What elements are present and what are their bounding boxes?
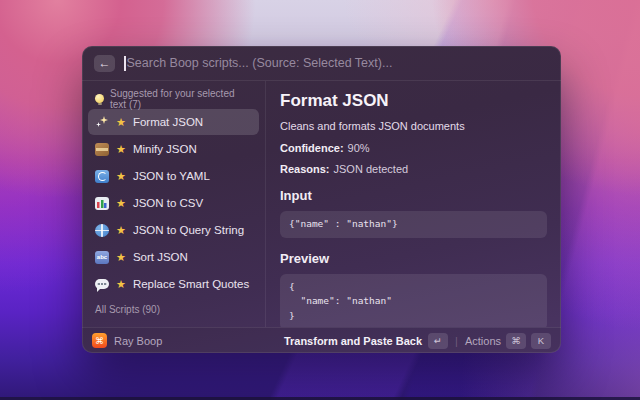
list-item-json-to-yaml[interactable]: ★ JSON to YAML [88, 163, 259, 189]
back-button[interactable]: ← [94, 55, 115, 72]
list-item-format-json[interactable]: ★ Format JSON [88, 109, 259, 135]
arrows-cycle-icon [95, 170, 109, 183]
preview-code-block: { "name": "nathan" } [280, 274, 547, 327]
speech-bubble-icon [95, 279, 109, 289]
reasons-label: Reasons: [280, 163, 330, 175]
script-name: Replace Smart Quotes [133, 278, 249, 290]
lightbulb-icon [95, 94, 104, 103]
sparkles-icon [95, 115, 109, 129]
cmd-key-icon: ⌘ [506, 333, 526, 349]
list-item-replace-smart-quotes[interactable]: ★ Replace Smart Quotes [88, 271, 259, 297]
command-glyph: ⌘ [95, 336, 104, 346]
script-name: Format JSON [133, 116, 203, 128]
k-key-icon: K [531, 333, 551, 349]
detail-title: Format JSON [280, 91, 547, 111]
star-icon: ★ [116, 117, 126, 128]
input-code-block: {"name" : "nathan"} [280, 211, 547, 238]
actions-label: Actions [465, 335, 501, 347]
star-icon: ★ [116, 171, 126, 182]
list-item-json-to-csv[interactable]: ★ JSON to CSV [88, 190, 259, 216]
search-input[interactable] [127, 56, 550, 70]
list-item-json-to-query-string[interactable]: ★ JSON to Query String [88, 217, 259, 243]
search-bar: ← [82, 46, 561, 81]
reasons-row: Reasons:JSON detected [280, 163, 547, 175]
detail-description: Cleans and formats JSON documents [280, 120, 547, 132]
globe-icon [95, 224, 109, 237]
list-item-add-slashes[interactable]: Add Slashes [88, 320, 259, 327]
main-content: Suggested for your selected text (7) ★ F… [82, 81, 561, 327]
list-item-minify-json[interactable]: ★ Minify JSON [88, 136, 259, 162]
footer-separator: | [455, 335, 458, 347]
star-icon: ★ [116, 252, 126, 263]
detail-panel: Format JSON Cleans and formats JSON docu… [266, 81, 561, 327]
preview-section-header: Preview [280, 251, 547, 266]
script-name: JSON to YAML [133, 170, 210, 182]
reasons-value: JSON detected [334, 163, 409, 175]
section-label: Suggested for your selected text (7) [110, 88, 252, 110]
back-arrow-icon: ← [99, 56, 111, 70]
results-list: Suggested for your selected text (7) ★ F… [82, 81, 265, 327]
confidence-label: Confidence: [280, 142, 344, 154]
primary-action-button[interactable]: Transform and Paste Back ↵ [284, 333, 448, 349]
section-header-all-scripts: All Scripts (90) [88, 299, 259, 320]
script-name: JSON to CSV [133, 197, 203, 209]
section-label: All Scripts (90) [95, 304, 160, 315]
star-icon: ★ [116, 198, 126, 209]
confidence-value: 90% [348, 142, 370, 154]
input-section-header: Input [280, 188, 547, 203]
star-icon: ★ [116, 144, 126, 155]
star-icon: ★ [116, 225, 126, 236]
script-name: Sort JSON [133, 251, 188, 263]
confidence-row: Confidence:90% [280, 142, 547, 154]
script-name: Minify JSON [133, 143, 197, 155]
boop-app-icon: ⌘ [92, 333, 107, 348]
primary-action-label: Transform and Paste Back [284, 335, 422, 347]
actions-button[interactable]: Actions ⌘ K [465, 333, 551, 349]
package-icon [95, 143, 109, 156]
app-name: Ray Boop [114, 335, 162, 347]
star-icon: ★ [116, 279, 126, 290]
launcher-window: ← Suggested for your selected text (7) ★… [82, 46, 561, 353]
section-header-suggested: Suggested for your selected text (7) [88, 88, 259, 109]
script-name: JSON to Query String [133, 224, 244, 236]
abc-icon: abc [95, 251, 109, 264]
text-caret [124, 56, 126, 71]
action-bar: ⌘ Ray Boop Transform and Paste Back ↵ | … [82, 327, 561, 353]
list-item-sort-json[interactable]: abc ★ Sort JSON [88, 244, 259, 270]
bar-chart-icon [95, 197, 109, 210]
search-field[interactable] [124, 56, 549, 71]
return-key-icon: ↵ [428, 333, 448, 349]
